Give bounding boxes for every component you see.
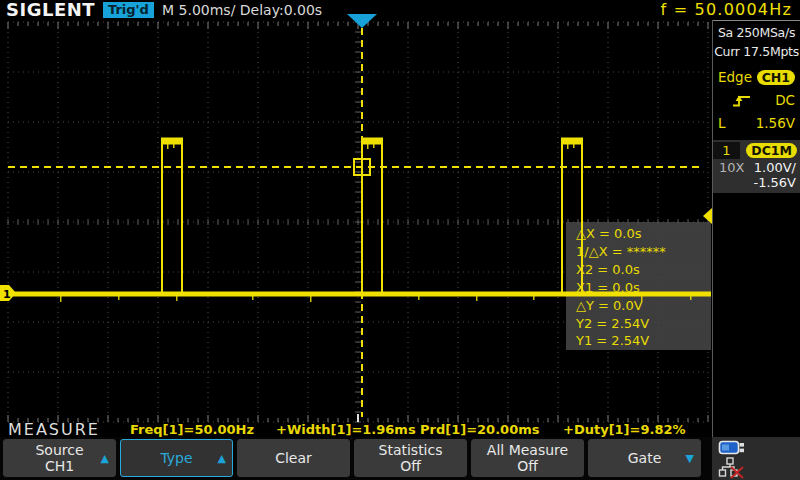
cursor-readout-line: Y1 = 2.54V xyxy=(576,332,711,350)
down-arrow-icon xyxy=(686,453,694,464)
acquisition-panel: Sa 250MSa/s Curr 17.5Mpts xyxy=(713,20,800,61)
menu-button-label: Type xyxy=(160,450,192,467)
trigger-status-badge: Trig'd xyxy=(103,2,154,18)
measurement-pduty: +Duty[1]=9.82% xyxy=(563,422,686,437)
channel-offset: -1.56V xyxy=(753,175,796,190)
cursor-readout-line: X2 = 0.0s xyxy=(576,261,711,279)
probe-attenuation: 10X xyxy=(719,160,744,175)
menu-button-source[interactable]: Source CH1 xyxy=(3,439,116,477)
soft-menu-bar: Source CH1 Type Clear Statistics Off All… xyxy=(0,437,800,480)
memory-depth: Curr 17.5Mpts xyxy=(713,42,800,61)
svg-text:1: 1 xyxy=(3,288,11,301)
menu-button-label: Source xyxy=(35,442,83,459)
frequency-counter: f = 50.0004Hz xyxy=(661,2,792,18)
cursor-readout-line: Y2 = 2.54V xyxy=(576,315,711,333)
timebase-readout: M 5.00ms/ Delay:0.00s xyxy=(162,2,322,18)
cursor-readout-line: 1/△X = ****** xyxy=(576,243,711,261)
channel-coupling-badge: DC1M xyxy=(746,143,797,158)
oscilloscope-screen: SIGLENT Trig'd M 5.00ms/ Delay:0.00s f =… xyxy=(0,0,800,480)
trigger-level-label: L xyxy=(718,115,726,131)
usb-icon xyxy=(718,439,746,457)
cursor-readout-line: △X = 0.0s xyxy=(576,225,711,243)
menu-button-all-measure[interactable]: All Measure Off xyxy=(471,439,584,477)
trigger-level-value: 1.56V xyxy=(756,115,795,131)
up-arrow-icon xyxy=(218,453,226,464)
status-icons-panel xyxy=(712,437,800,480)
menu-button-type[interactable]: Type xyxy=(120,439,233,477)
channel-number: 1 xyxy=(713,142,740,159)
menu-button-sublabel: Off xyxy=(400,458,421,475)
measurement-pwidth: +Width[1]=1.96ms xyxy=(276,422,416,437)
sidebar: Sa 250MSa/s Curr 17.5Mpts Edge CH1 DC L … xyxy=(712,20,800,437)
volts-per-div: 1.00V/ xyxy=(754,160,796,175)
trigger-source-badge: CH1 xyxy=(757,70,795,85)
lan-disconnected-icon xyxy=(718,457,748,479)
header-bar: SIGLENT Trig'd M 5.00ms/ Delay:0.00s f =… xyxy=(0,0,800,20)
menu-button-label: Clear xyxy=(275,450,312,467)
cursor-readout-line: △Y = 0.0V xyxy=(576,297,711,315)
menu-button-clear[interactable]: Clear xyxy=(237,439,350,477)
menu-button-label: Gate xyxy=(628,450,662,467)
up-arrow-icon xyxy=(101,453,109,464)
cursor-readout-line: X1 = 0.0s xyxy=(576,279,711,297)
brand-logo: SIGLENT xyxy=(6,0,95,20)
trigger-mode: Edge xyxy=(718,69,752,85)
trigger-coupling: DC xyxy=(775,92,795,108)
menu-button-sublabel: CH1 xyxy=(45,458,74,475)
menu-button-sublabel: Off xyxy=(517,458,538,475)
measurement-freq: Freq[1]=50.00Hz xyxy=(130,422,254,437)
rising-edge-icon xyxy=(732,93,752,108)
measure-bar: MEASURE Freq[1]=50.00Hz +Width[1]=1.96ms… xyxy=(0,419,800,437)
menu-button-label: All Measure xyxy=(487,442,568,459)
sample-rate: Sa 250MSa/s xyxy=(713,23,800,42)
menu-button-statistics[interactable]: Statistics Off xyxy=(354,439,467,477)
measurement-period: Prd[1]=20.00ms xyxy=(420,422,539,437)
menu-button-gate[interactable]: Gate xyxy=(588,439,701,477)
menu-button-label: Statistics xyxy=(379,442,443,459)
cursor-readout-panel: △X = 0.0s 1/△X = ****** X2 = 0.0s X1 = 0… xyxy=(566,222,711,350)
channel-info-panel: 1 DC1M 10X 1.00V/ -1.56V xyxy=(713,140,800,193)
trigger-panel: Edge CH1 DC L 1.56V xyxy=(713,66,800,134)
